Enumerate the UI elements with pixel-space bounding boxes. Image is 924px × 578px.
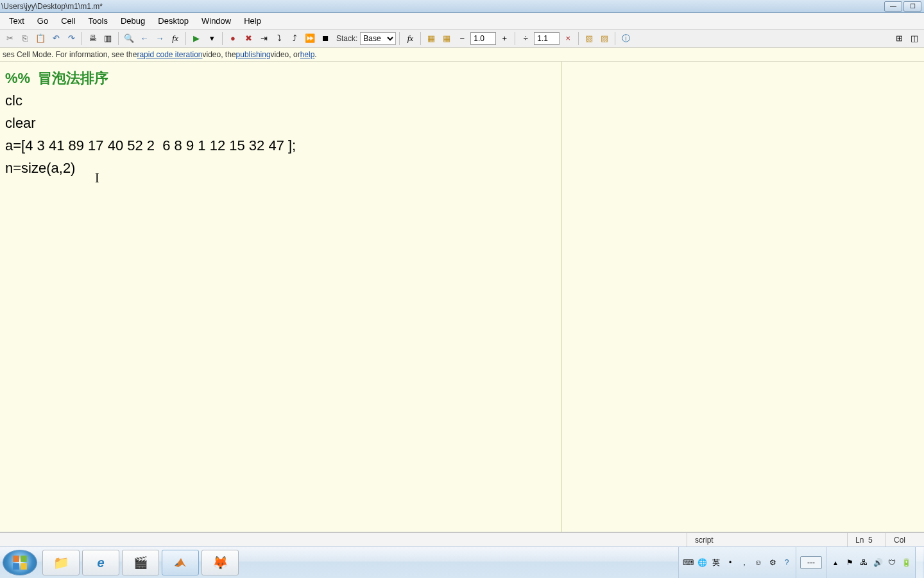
link-rapid-code-iteration[interactable]: rapid code iteration (137, 50, 202, 59)
tray-chevron-icon[interactable]: ▴ (830, 557, 841, 568)
window-titlebar: \Users\jyy\Desktop\m1\m1.m* — ☐ (0, 0, 924, 13)
minus-button[interactable]: − (455, 31, 469, 46)
run-icon[interactable]: ▶ (189, 31, 203, 46)
code-section-title: 冒泡法排序 (30, 70, 108, 86)
ime-lang-text[interactable]: 英 (711, 557, 721, 568)
toolbar: ✂ ⎘ 📋 ↶ ↷ 🖶 ▥ 🔍 ← → fx ▶ ▾ ● ✖ ⇥ ⤵ ⤴ ⏩ ⏹… (0, 30, 924, 48)
folder-icon: 📁 (53, 555, 69, 570)
toolbar-separator (81, 32, 82, 45)
link-publishing[interactable]: publishing (236, 50, 271, 59)
redo-icon[interactable]: ↷ (64, 31, 78, 46)
paste-icon[interactable]: 📋 (33, 31, 47, 46)
step-out-icon[interactable]: ⤴ (287, 31, 302, 46)
show-desktop-button[interactable] (915, 547, 923, 578)
breakpoint-set-icon[interactable]: ● (226, 31, 240, 46)
menu-desktop[interactable]: Desktop (151, 14, 195, 28)
run-dropdown-icon[interactable]: ▾ (205, 31, 219, 46)
forward-icon[interactable]: → (153, 31, 167, 46)
task-matlab[interactable] (162, 550, 199, 575)
back-icon[interactable]: ← (137, 31, 151, 46)
minimize-button[interactable]: — (884, 1, 902, 12)
continue-icon[interactable]: ⏩ (303, 31, 317, 46)
task-media[interactable]: 🎬 (122, 550, 159, 575)
code-line-4: a=[4 3 41 89 17 40 52 2 6 8 9 1 12 15 32… (5, 137, 296, 153)
maximize-button[interactable]: ☐ (903, 1, 921, 12)
toolbar-separator (615, 32, 615, 45)
task-explorer[interactable]: 📁 (42, 550, 80, 575)
code-line-2: clc (5, 92, 22, 109)
print-icon[interactable]: 🖶 (85, 31, 99, 46)
find-icon[interactable]: 🔍 (122, 31, 136, 46)
editor-main-pane[interactable]: %% 冒泡法排序 clc clear a=[4 3 41 89 17 40 52… (0, 62, 561, 532)
undo-icon[interactable]: ↶ (49, 31, 63, 46)
tray-flag-icon[interactable]: ⚑ (844, 557, 855, 568)
system-tray: ⌨ 🌐 英 • ， ☺ ⚙ ? --- ▴ ⚑ 🖧 🔊 🛡 🔋 (678, 547, 924, 578)
toolbar-separator (515, 32, 515, 45)
fx-icon[interactable]: fx (168, 31, 182, 46)
tray-volume-icon[interactable]: 🔊 (873, 557, 883, 568)
breakpoint-clear-icon[interactable]: ✖ (241, 31, 255, 46)
dock-icon[interactable]: ◫ (907, 31, 921, 46)
menu-window[interactable]: Window (195, 14, 237, 28)
tile-icon[interactable]: ⊞ (892, 31, 906, 46)
toolbar-separator (185, 32, 186, 45)
menu-tools[interactable]: Tools (82, 14, 114, 28)
toolbar-separator (118, 32, 119, 45)
info-bar: ses Cell Mode. For information, see the … (0, 48, 924, 62)
stack-select[interactable]: Base (360, 32, 396, 45)
cell-eval-advance-icon[interactable]: ▦ (440, 31, 454, 46)
start-button[interactable] (3, 550, 37, 575)
info-text-prefix: ses Cell Mode. For information, see the (3, 50, 137, 59)
multiply-button[interactable]: × (561, 31, 575, 46)
internet-explorer-icon: e (97, 556, 104, 570)
exit-debug-icon[interactable]: ⏹ (318, 31, 332, 46)
code-line-5: n=size(a,2) (5, 160, 75, 176)
ime-comma-icon[interactable]: ， (739, 557, 749, 568)
menu-go[interactable]: Go (31, 14, 55, 28)
cell-eval-icon[interactable]: ▦ (424, 31, 438, 46)
step-icon[interactable]: ⇥ (257, 31, 271, 46)
insert-fx-icon[interactable]: fx (403, 31, 417, 46)
tray-shield-icon[interactable]: 🛡 (887, 557, 897, 568)
taskbar: 📁 e 🎬 🦊 ⌨ 🌐 英 • ， ☺ ⚙ ? --- ▴ ⚑ (0, 547, 924, 578)
cut-icon[interactable]: ✂ (3, 31, 17, 46)
ime-help-icon[interactable]: ? (782, 557, 792, 568)
increment-value-2[interactable] (534, 32, 560, 45)
cell-highlight-icon[interactable]: ▧ (582, 31, 596, 46)
firefox-icon: 🦊 (212, 555, 228, 570)
svg-rect-2 (13, 563, 19, 570)
copy-icon[interactable]: ⎘ (18, 31, 32, 46)
menu-text[interactable]: Text (3, 14, 31, 28)
language-indicator[interactable]: --- (800, 556, 822, 569)
ime-dot-icon[interactable]: • (725, 557, 735, 568)
plus-button[interactable]: + (497, 31, 511, 46)
info-text-mid1: video, the (203, 50, 236, 59)
code-section-marker: %% (5, 70, 30, 86)
code-line-3: clear (5, 115, 36, 131)
info-icon[interactable]: ⓘ (619, 31, 633, 46)
stack-label: Stack: (336, 34, 357, 43)
task-ie[interactable]: e (82, 550, 119, 575)
ime-globe-icon[interactable]: 🌐 (697, 557, 707, 568)
step-in-icon[interactable]: ⤵ (272, 31, 286, 46)
cell-highlight2-icon[interactable]: ▨ (597, 31, 612, 46)
tray-network-icon[interactable]: 🖧 (859, 557, 869, 568)
menu-cell[interactable]: Cell (55, 14, 81, 28)
ime-settings-icon[interactable]: ⚙ (767, 557, 778, 568)
task-firefox[interactable]: 🦊 (201, 550, 239, 575)
window-controls: — ☐ (884, 1, 921, 12)
print-preview-icon[interactable]: ▥ (101, 31, 115, 46)
ime-emoji-icon[interactable]: ☺ (753, 557, 764, 568)
matlab-icon (172, 554, 189, 571)
menu-debug[interactable]: Debug (114, 14, 151, 28)
media-player-icon: 🎬 (133, 556, 148, 570)
code-content[interactable]: %% 冒泡法排序 clc clear a=[4 3 41 89 17 40 52… (0, 62, 561, 184)
ime-keyboard-icon[interactable]: ⌨ (683, 557, 693, 568)
link-help[interactable]: help (300, 50, 315, 59)
ime-cluster: ⌨ 🌐 英 • ， ☺ ⚙ ? (678, 547, 796, 578)
status-ln-label: Ln (855, 536, 864, 545)
tray-battery-icon[interactable]: 🔋 (901, 557, 911, 568)
divide-button[interactable]: ÷ (518, 31, 533, 46)
increment-value-1[interactable] (470, 32, 496, 45)
menu-help[interactable]: Help (237, 14, 268, 28)
